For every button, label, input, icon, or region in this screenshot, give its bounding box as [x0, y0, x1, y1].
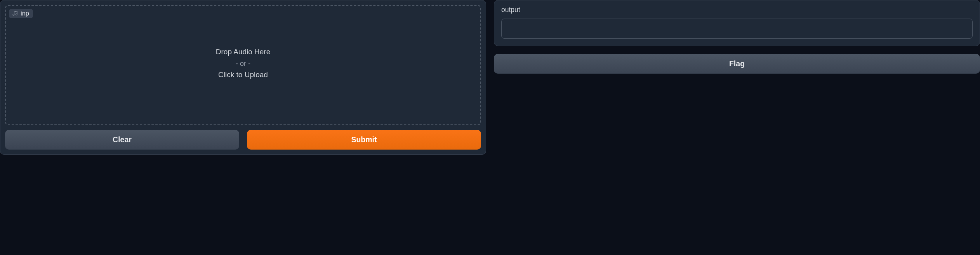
music-note-icon [12, 10, 18, 16]
main-container: inp Drop Audio Here - or - Click to Uplo… [0, 0, 980, 155]
output-label: output [501, 6, 973, 14]
input-label-badge: inp [9, 9, 33, 18]
svg-point-1 [16, 14, 17, 15]
output-panel: output [494, 0, 980, 46]
input-label-text: inp [21, 10, 29, 17]
click-text: Click to Upload [216, 69, 270, 81]
svg-point-0 [13, 14, 14, 16]
right-column: output Flag [494, 0, 980, 155]
upload-instructions: Drop Audio Here - or - Click to Upload [216, 46, 270, 81]
or-text: - or - [216, 58, 270, 69]
input-panel: inp Drop Audio Here - or - Click to Uplo… [0, 0, 486, 155]
left-column: inp Drop Audio Here - or - Click to Uplo… [0, 0, 486, 155]
output-field [501, 19, 973, 39]
audio-upload-dropzone[interactable]: inp Drop Audio Here - or - Click to Uplo… [5, 5, 481, 125]
submit-button[interactable]: Submit [247, 130, 481, 150]
input-button-row: Clear Submit [5, 130, 481, 150]
flag-button[interactable]: Flag [494, 54, 980, 74]
drop-text: Drop Audio Here [216, 46, 270, 58]
clear-button[interactable]: Clear [5, 130, 239, 150]
